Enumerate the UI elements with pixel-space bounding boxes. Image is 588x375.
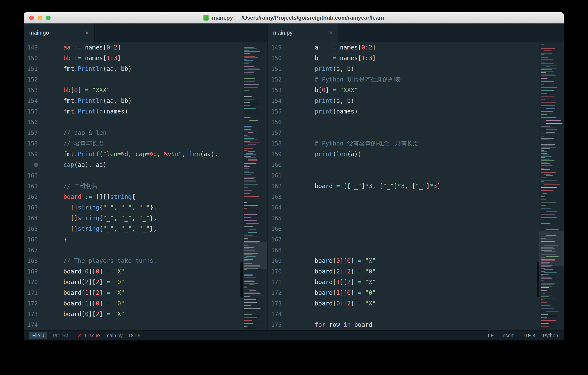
tab-close-icon[interactable]: ×	[85, 30, 89, 36]
code-line[interactable]: 153b[0] = "XXX"	[268, 85, 539, 95]
code-line[interactable]: 170board[2][2] = "0"	[24, 277, 243, 288]
code-line[interactable]: 161// 二维切片	[24, 181, 243, 192]
file-count-toggle[interactable]: File 0	[29, 332, 47, 339]
minimap-line	[244, 299, 256, 300]
code-line[interactable]: 159fmt.Printf("len=%d, cap=%d, %v\n", le…	[24, 149, 243, 160]
code-token: []	[63, 204, 78, 211]
line-number: 163	[24, 202, 38, 213]
minimap[interactable]	[243, 42, 267, 330]
grammar-selector[interactable]: Python	[543, 333, 558, 339]
go-editor[interactable]: 149aa := names[0:2]150bb := names[1:3]15…	[24, 42, 267, 330]
minimap-line	[248, 151, 255, 152]
minimap-line	[541, 186, 545, 187]
zoom-window-button[interactable]	[46, 16, 51, 20]
vertical-scrollbar[interactable]	[537, 261, 539, 297]
code-line[interactable]: 172board[1][0] = "0"	[24, 298, 243, 309]
code-line[interactable]: 171board[1][2] = "X"	[24, 288, 243, 298]
code-line[interactable]: 160	[268, 160, 539, 170]
code-token: :=	[74, 55, 82, 62]
code-line[interactable]: 154fmt.Println(aa, bb)	[24, 95, 243, 106]
code-line[interactable]: 168// The players take turns.	[24, 256, 243, 266]
tab-close-icon[interactable]: ×	[329, 30, 333, 36]
code-line[interactable]: 149aa := names[0:2]	[24, 42, 243, 53]
minimap-viewport[interactable]	[539, 231, 564, 266]
code-line[interactable]: 172board[1][0] = "0"	[268, 288, 539, 298]
code-token	[361, 257, 365, 264]
code-line[interactable]: 171board[1][2] = "X"	[268, 277, 539, 288]
minimap-line	[244, 129, 251, 130]
code-line[interactable]: 150bb := names[1:3]	[24, 53, 243, 63]
minimap-line	[541, 72, 546, 73]
code-token: , [	[372, 183, 383, 190]
python-editor[interactable]: 149a = names[0:2]150b = names[1:3]151pri…	[268, 42, 564, 330]
insert-mode-indicator[interactable]: Insert	[501, 333, 514, 339]
close-window-button[interactable]	[29, 16, 34, 20]
code-line[interactable]: 155fmt.Println(names)	[24, 106, 243, 117]
code-line[interactable]: 162board = [["_"]*3, ["_"]*3, ["_"]*3]	[268, 181, 539, 192]
code-line[interactable]: 159print(len(a))	[268, 149, 539, 160]
minimap-viewport[interactable]	[243, 242, 267, 270]
code-line[interactable]: 161	[268, 170, 539, 181]
tab-main-py[interactable]: main.py ×	[268, 23, 338, 42]
code-line[interactable]: 160	[24, 170, 243, 181]
code-line[interactable]: 169board[0][0] = "X"	[24, 266, 243, 277]
code-line[interactable]: 150b = names[1:3]	[268, 53, 539, 63]
code-token: "0"	[114, 300, 125, 307]
code-line[interactable]: 157// cap & len	[24, 127, 243, 138]
cursor-position[interactable]: 181:5	[128, 333, 141, 339]
tab-label: main.py	[273, 30, 293, 36]
code-token: board	[63, 193, 81, 200]
minimap-line	[541, 134, 555, 134]
encoding-selector[interactable]: UTF-8	[521, 333, 535, 339]
code-line[interactable]: 173board[0][2] = "X"	[268, 298, 539, 309]
minimize-window-button[interactable]	[38, 16, 42, 20]
code-line[interactable]: 151fmt.Println(aa, bb)	[24, 63, 243, 74]
code-line[interactable]: 173board[0][2] = "X"	[24, 309, 243, 320]
code-line[interactable]: 158// 容量与长度	[24, 138, 243, 149]
code-line[interactable]: 170board[2][2] = "0"	[268, 266, 539, 277]
code-line[interactable]: 174	[24, 320, 243, 330]
code-line[interactable]: 156	[24, 117, 243, 127]
line-ending-selector[interactable]: LF	[488, 333, 494, 339]
code-line[interactable]: 163	[268, 192, 539, 202]
code-line[interactable]: cap(aa), aa)	[24, 160, 243, 170]
code-line[interactable]: 165 []string{"_", "_", "_"},	[24, 224, 243, 234]
code-line[interactable]: 164	[268, 202, 539, 213]
minimap-line	[244, 326, 248, 327]
code-line[interactable]: 167	[24, 245, 243, 256]
code-line[interactable]: 152	[24, 74, 243, 85]
code-line[interactable]: 154print(a, b)	[268, 95, 539, 106]
code-line[interactable]: 167	[268, 234, 539, 245]
code-line[interactable]: 158# Python 没有容量的概念，只有长度	[268, 138, 539, 149]
code-line[interactable]: 174	[268, 309, 539, 320]
code-line[interactable]: 162board := [][]string{	[24, 192, 243, 202]
minimap-line	[541, 287, 549, 288]
minimap-line	[541, 277, 551, 278]
code-line[interactable]: 164 []string{"_", "_", "_"},	[24, 213, 243, 224]
code-line[interactable]: 153bb[0] = "XXX"	[24, 85, 243, 95]
code-text	[38, 320, 63, 330]
code-line[interactable]: 163 []string{"_", "_", "_"},	[24, 202, 243, 213]
code-line[interactable]: 166	[268, 224, 539, 234]
minimap[interactable]	[539, 42, 564, 330]
code-line[interactable]: 175for row in board:	[268, 320, 539, 330]
code-line[interactable]: 156	[268, 117, 539, 127]
minimap-line	[541, 180, 557, 180]
code-line[interactable]: 152# Python 切片是产生新的列表	[268, 74, 539, 85]
code-line[interactable]: 165	[268, 213, 539, 224]
project-count-toggle[interactable]: Project 1	[53, 333, 72, 339]
tab-main-go[interactable]: main.go ×	[24, 23, 94, 42]
code-line[interactable]: 169board[0][0] = "X"	[268, 256, 539, 266]
code-line[interactable]: 149a = names[0:2]	[268, 42, 539, 53]
title-bar[interactable]: main.py — /Users/rainy/Projects/go/src/g…	[24, 12, 564, 23]
issues-indicator[interactable]: ✕ 1 Issue	[78, 333, 100, 339]
code-line[interactable]: 155print(names)	[268, 106, 539, 117]
code-line[interactable]: 168	[268, 245, 539, 256]
code-token: =	[106, 279, 110, 286]
vertical-scrollbar[interactable]	[241, 262, 243, 298]
code-line[interactable]: 157	[268, 127, 539, 138]
code-line[interactable]: 166}	[24, 234, 243, 245]
code-line[interactable]: 151print(a, b)	[268, 63, 539, 74]
minimap-line	[244, 119, 255, 119]
code-text: fmt.Println(aa, bb)	[38, 63, 132, 74]
